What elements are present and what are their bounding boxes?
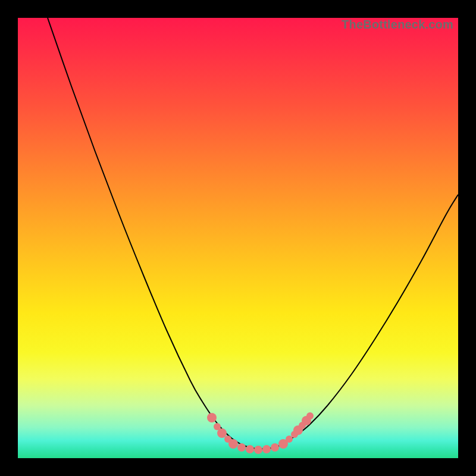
marker-dot	[246, 445, 254, 453]
marker-dot	[207, 413, 217, 422]
chart-svg	[18, 18, 458, 458]
marker-dot	[271, 443, 279, 452]
marker-dot	[254, 446, 262, 454]
chart-panel: TheBottleneck.com	[18, 18, 458, 458]
marker-dot	[262, 445, 271, 453]
marker-dot	[237, 443, 246, 452]
marker-dot	[228, 439, 238, 449]
highlight-markers	[207, 412, 314, 454]
marker-dot	[217, 428, 227, 438]
bottleneck-curve	[48, 18, 458, 449]
marker-dot	[286, 436, 293, 443]
marker-dot	[306, 412, 314, 419]
